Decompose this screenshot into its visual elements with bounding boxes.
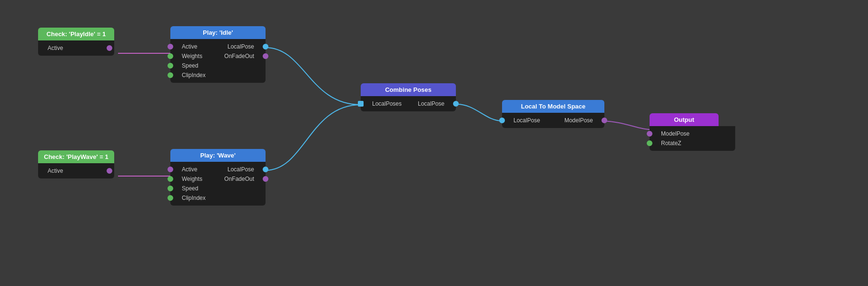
play-idle-weights-port xyxy=(168,53,173,59)
play-idle-header: Play: 'Idle' xyxy=(170,26,266,39)
combine-header: Combine Poses xyxy=(361,83,456,96)
connections-svg xyxy=(0,0,868,286)
play-idle-clipindex-label: ClipIndex xyxy=(182,72,206,79)
check2-active-port xyxy=(107,168,112,174)
play-wave-body: Active LocalPose Weights OnFadeOut Speed… xyxy=(170,162,266,206)
play-idle-clipindex-port xyxy=(168,72,173,78)
combine-localposes-in-port xyxy=(358,101,364,107)
ltms-node: Local To Model Space LocalPose ModelPose xyxy=(502,100,604,128)
play-wave-speed-label: Speed xyxy=(182,185,198,192)
play-wave-header: Play: 'Wave' xyxy=(170,149,266,162)
play-idle-body: Active LocalPose Weights OnFadeOut Speed… xyxy=(170,39,266,83)
play-wave-node: Play: 'Wave' Active LocalPose Weights On… xyxy=(170,149,266,206)
output-node: Output ModelPose RotateZ xyxy=(650,113,719,151)
play-idle-localpose-out-port xyxy=(263,44,268,49)
play-idle-onfadeout-port xyxy=(263,53,268,59)
combine-localposes-label: LocalPoses xyxy=(372,100,402,107)
play-wave-clipindex-label: ClipIndex xyxy=(182,195,206,201)
play-wave-onfadeout-port xyxy=(263,176,268,182)
check1-active-port xyxy=(107,45,112,51)
output-rotatez-port xyxy=(647,140,652,146)
output-rotatez-label: RotateZ xyxy=(661,140,681,147)
output-modelpose-label: ModelPose xyxy=(661,130,690,137)
combine-localpose-out-label: LocalPose xyxy=(418,100,444,107)
output-body: ModelPose RotateZ xyxy=(650,126,735,151)
play-idle-localposes-label: LocalPose xyxy=(227,43,254,50)
combine-body: LocalPoses LocalPose xyxy=(361,96,456,111)
ltms-modelpose-out-label: ModelPose xyxy=(564,117,593,124)
play-idle-onfadeout-label: OnFadeOut xyxy=(224,53,254,59)
ltms-localpose-label: LocalPose xyxy=(513,117,540,124)
check1-active-label: Active xyxy=(48,45,63,51)
output-header: Output xyxy=(650,113,719,126)
play-idle-speed-port xyxy=(168,63,173,69)
check-playidle-node: Check: 'PlayIdle' = 1 Active xyxy=(38,28,114,56)
play-wave-weights-label: Weights xyxy=(182,176,202,182)
check-playidle-body: Active xyxy=(38,40,114,56)
play-wave-localposes-label: LocalPose xyxy=(227,166,254,173)
play-wave-localpose-out-port xyxy=(263,167,268,172)
play-idle-weights-label: Weights xyxy=(182,53,202,59)
play-idle-active-in-port xyxy=(168,44,173,49)
check2-active-label: Active xyxy=(48,168,63,174)
ltms-body: LocalPose ModelPose xyxy=(502,113,604,128)
ltms-modelpose-out-port xyxy=(602,118,607,123)
ltms-localpose-in-port xyxy=(499,118,505,123)
play-wave-weights-port xyxy=(168,176,173,182)
play-wave-clipindex-port xyxy=(168,195,173,201)
play-idle-node: Play: 'Idle' Active LocalPose Weights On… xyxy=(170,26,266,83)
play-wave-onfadeout-label: OnFadeOut xyxy=(224,176,254,182)
output-modelpose-port xyxy=(647,131,652,137)
combine-poses-node: Combine Poses LocalPoses LocalPose xyxy=(361,83,456,111)
play-wave-speed-port xyxy=(168,186,173,191)
ltms-header: Local To Model Space xyxy=(502,100,604,113)
check-playwave-body: Active xyxy=(38,163,114,178)
check-playwave-header: Check: 'PlayWave' = 1 xyxy=(38,150,114,163)
check-playidle-header: Check: 'PlayIdle' = 1 xyxy=(38,28,114,40)
play-idle-active-label: Active xyxy=(182,43,197,50)
play-wave-active-label: Active xyxy=(182,166,197,173)
check-playwave-node: Check: 'PlayWave' = 1 Active xyxy=(38,150,114,178)
play-idle-speed-label: Speed xyxy=(182,62,198,69)
play-wave-active-in-port xyxy=(168,167,173,172)
combine-localpose-out-port xyxy=(453,101,459,107)
